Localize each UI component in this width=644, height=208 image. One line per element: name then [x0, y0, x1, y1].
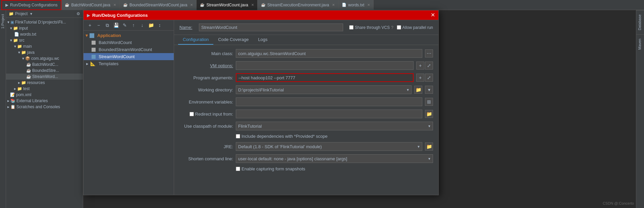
- share-vcs-option[interactable]: Share through VCS ?: [349, 25, 393, 30]
- include-deps-option[interactable]: Include dependencies with *Provided* sco…: [236, 134, 328, 139]
- tree-item-package[interactable]: ▾ 📦 com.atguigu.wc: [6, 55, 83, 61]
- help-icon[interactable]: ?: [391, 25, 393, 30]
- include-deps-checkbox[interactable]: [236, 134, 240, 138]
- move-up-button[interactable]: ↑: [130, 22, 137, 29]
- tab-streamword-close[interactable]: ✕: [251, 3, 254, 7]
- env-vars-row: Environment variables: ⊞: [179, 97, 433, 106]
- include-deps-label: Include dependencies with *Provided* sco…: [241, 134, 328, 139]
- tab-code-coverage[interactable]: Code Coverage: [213, 35, 253, 45]
- redirect-browse-button[interactable]: 📁: [425, 110, 433, 118]
- maven-tab[interactable]: Maven: [636, 34, 644, 54]
- test-label: test: [23, 86, 30, 91]
- arrow-down-icon: ▾: [14, 44, 16, 49]
- tree-item-batch[interactable]: ☕ BatchWordC...: [6, 61, 83, 68]
- dlg-item-batchword[interactable]: BatchWordCount: [84, 39, 174, 46]
- arrow-down-icon: ▾: [86, 33, 88, 38]
- sort-button[interactable]: ↕: [156, 22, 163, 29]
- tree-item-bounded[interactable]: ☕ BoundedStre...: [6, 68, 83, 74]
- tab-boundedstream-close[interactable]: ✕: [190, 3, 193, 7]
- dlg-section-templates[interactable]: ▸ 📐 Templates: [84, 60, 174, 67]
- redirect-input-label: Redirect input from:: [195, 112, 233, 117]
- save-config-button[interactable]: 💾: [112, 22, 120, 29]
- tab-batchword[interactable]: ☕ BatchWordCount.java ✕: [61, 0, 120, 10]
- vm-fullscreen-button[interactable]: ⤢: [425, 61, 433, 70]
- move-down-button[interactable]: ↓: [139, 22, 146, 29]
- gear-icon[interactable]: ⚙: [76, 11, 80, 16]
- copy-config-button[interactable]: ⧉: [104, 22, 111, 29]
- tab-configuration[interactable]: Configuration: [178, 35, 213, 45]
- dropdown-icon[interactable]: ▾: [30, 11, 32, 16]
- main-class-input[interactable]: [236, 49, 422, 58]
- tab-batchword-close[interactable]: ✕: [113, 3, 116, 7]
- tree-item-words[interactable]: 📄 words.txt: [6, 31, 83, 37]
- tree-item-main[interactable]: ▾ 📁 main: [6, 43, 83, 49]
- tab-words-close[interactable]: ✕: [367, 3, 370, 7]
- tree-item-test[interactable]: ▸ 📁 test: [6, 86, 83, 92]
- working-dir-input[interactable]: [236, 85, 412, 94]
- redirect-input-row: Redirect input from: 📁: [179, 110, 433, 118]
- dialog-close-button[interactable]: ✕: [431, 12, 435, 18]
- classpath-row: Use classpath of module: FlinkTutorial: [179, 122, 433, 130]
- tree-item-pom[interactable]: 📝 pom.xml: [6, 92, 83, 98]
- xml-icon: 📝: [10, 92, 15, 97]
- tree-item-streamword[interactable]: ☕ StreamWord...: [6, 74, 83, 80]
- dlg-item-streamword[interactable]: StreamWordCount: [84, 53, 174, 60]
- tab-words[interactable]: 📄 words.txt ✕: [338, 0, 374, 10]
- tree-item-src[interactable]: ▾ 📁 src: [6, 37, 83, 43]
- allow-parallel-checkbox[interactable]: [397, 25, 401, 30]
- classpath-select[interactable]: FlinkTutorial: [236, 122, 433, 130]
- remove-config-button[interactable]: −: [95, 22, 102, 29]
- tab-run-debug[interactable]: ▶ Run/Debug Configurations: [1, 0, 61, 10]
- redirect-input-checkbox[interactable]: [190, 112, 194, 116]
- main-class-browse-button[interactable]: ⋯: [425, 49, 433, 57]
- shorten-cmd-select[interactable]: user-local default: none - java [options…: [236, 154, 433, 163]
- enable-snapshots-option[interactable]: Enable capturing form snapshots: [236, 166, 305, 171]
- tree-item-flinktutorial[interactable]: ▾ ▣ FlinkTutorial D:\projects\Fli...: [6, 19, 83, 25]
- tree-item-resources[interactable]: ▸ 📁 resources: [6, 80, 83, 86]
- args-fullscreen-button[interactable]: ⤢: [425, 74, 433, 82]
- tree-item-extlibs[interactable]: ▸ 📚 External Libraries: [6, 98, 83, 104]
- dlg-section-application[interactable]: ▾ Application: [84, 32, 174, 39]
- share-vcs-checkbox[interactable]: [349, 25, 354, 30]
- classpath-label: Use classpath of module:: [179, 124, 233, 129]
- redirect-input-field[interactable]: [236, 110, 422, 118]
- dialog-name-row: Name: Share through VCS ? Allow parallel…: [174, 20, 438, 35]
- jre-select[interactable]: Default (1.8 - SDK of 'FlinkTutorial' mo…: [236, 142, 422, 151]
- working-dir-browse-button[interactable]: 📁: [414, 86, 422, 94]
- vm-expand-button[interactable]: +: [416, 61, 424, 70]
- enable-snapshots-checkbox[interactable]: [236, 167, 240, 171]
- project-side-label[interactable]: 1:Project: [0, 10, 6, 33]
- program-args-input[interactable]: [236, 73, 414, 82]
- add-config-button[interactable]: +: [86, 22, 94, 29]
- batch-label: BatchWordC...: [32, 62, 58, 67]
- run-debug-dialog: ▶ Run/Debug Configurations ✕ + − ⧉ 💾 ✎ ↑: [83, 10, 439, 195]
- vm-options-input[interactable]: [236, 61, 414, 70]
- env-vars-edit-button[interactable]: ⊞: [425, 98, 433, 106]
- dlg-item-bounded[interactable]: BoundedStreamWordCount: [84, 46, 174, 53]
- tab-streamword[interactable]: ☕ StreamWordCount.java ✕: [197, 0, 258, 10]
- name-input[interactable]: [199, 24, 343, 31]
- args-expand-button[interactable]: +: [416, 74, 424, 82]
- tree-item-java[interactable]: ▾ 📁 java: [6, 49, 83, 55]
- tab-boundedstream[interactable]: ☕ BoundedStreamWordCount.java ✕: [120, 0, 197, 10]
- java-icon: ☕: [65, 3, 69, 7]
- tab-streamexec-close[interactable]: ✕: [332, 3, 335, 7]
- tab-streamexec[interactable]: ☕ StreamExecutionEnvironment.java ✕: [258, 0, 338, 10]
- edit-config-button[interactable]: ✎: [121, 22, 128, 29]
- folder-button[interactable]: 📁: [147, 22, 155, 29]
- allow-parallel-option[interactable]: Allow parallel run: [397, 25, 433, 30]
- database-tab[interactable]: Database: [636, 10, 644, 34]
- env-vars-input[interactable]: [236, 97, 422, 106]
- words-label: words.txt: [20, 32, 36, 37]
- project-header: 📁 Project ▾ ⚙: [6, 10, 83, 18]
- tree-item-scratches[interactable]: ▸ 📋 Scratches and Consoles: [6, 104, 83, 110]
- redirect-input-option[interactable]: Redirect input from:: [179, 112, 233, 117]
- tab-boundedstream-label: BoundedStreamWordCount.java: [129, 3, 187, 7]
- working-dir-dropdown-button[interactable]: ▾: [425, 86, 433, 94]
- name-label: Name:: [179, 25, 196, 30]
- txt-icon: 📄: [342, 3, 346, 7]
- bounded-label: BoundedStre...: [32, 68, 59, 73]
- tab-logs[interactable]: Logs: [253, 35, 272, 45]
- tree-item-input[interactable]: ▾ 📁 input: [6, 25, 83, 31]
- jre-browse-button[interactable]: 📁: [425, 142, 433, 151]
